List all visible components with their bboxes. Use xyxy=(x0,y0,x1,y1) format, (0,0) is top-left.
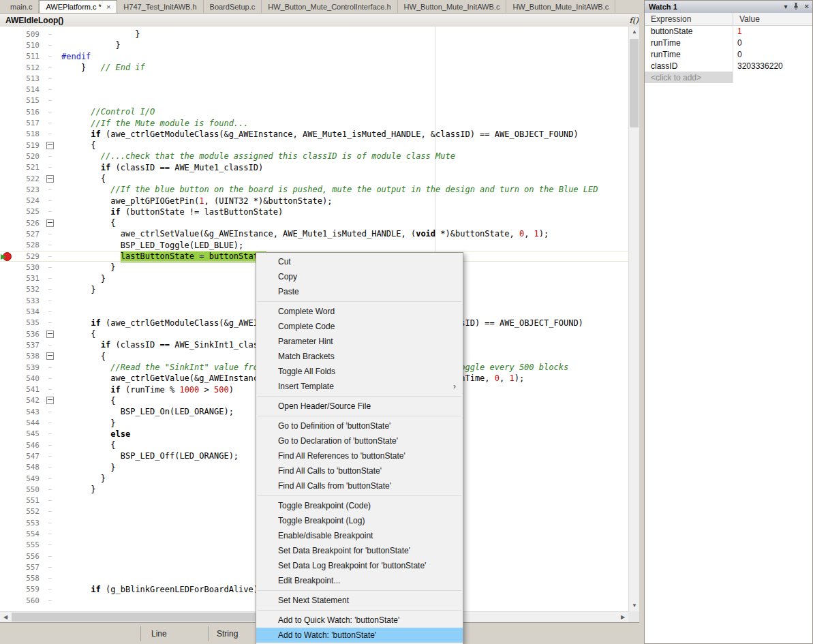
tab-hw-button-mute-initawb-c[interactable]: HW_Button_Mute_InitAWB.c xyxy=(398,0,507,13)
breakpoint-gutter[interactable] xyxy=(0,306,12,317)
menu-item-go-to-declaration-of-buttonstate[interactable]: Go to Declaration of 'buttonState' xyxy=(256,433,463,448)
code-line-518[interactable]: 518 if (awe_ctrlGetModuleClass(&g_AWEIns… xyxy=(0,129,628,140)
fold-collapse-icon[interactable] xyxy=(46,352,54,360)
breakpoint-gutter[interactable] xyxy=(0,495,12,506)
breakpoint-gutter[interactable] xyxy=(0,395,12,406)
breakpoint-gutter[interactable] xyxy=(0,162,12,173)
breakpoint-gutter[interactable] xyxy=(0,40,12,50)
menu-item-match-brackets[interactable]: Match Brackets xyxy=(256,349,463,364)
fold-collapse-icon[interactable] xyxy=(46,397,54,404)
watch-column-expression[interactable]: Expression xyxy=(645,13,733,25)
code-line-515[interactable]: 515 xyxy=(0,95,628,106)
breakpoint-icon[interactable] xyxy=(1,251,11,261)
breakpoint-gutter[interactable] xyxy=(0,195,12,206)
menu-item-cut[interactable]: Cut xyxy=(256,254,463,269)
menu-item-enable-disable-breakpoint[interactable]: Enable/disable Breakpoint xyxy=(256,528,463,543)
tab-aweplatform-c[interactable]: AWEPlatform.c *× xyxy=(39,0,117,13)
function-list-icon[interactable]: f() xyxy=(629,16,639,25)
breakpoint-gutter[interactable] xyxy=(0,318,12,328)
breakpoint-gutter[interactable] xyxy=(0,184,12,195)
breakpoint-gutter[interactable] xyxy=(0,129,12,140)
code-line-509[interactable]: 509 } xyxy=(0,29,628,40)
menu-item-go-to-definition-of-buttonstate[interactable]: Go to Definition of 'buttonState' xyxy=(256,418,463,433)
breakpoint-gutter[interactable] xyxy=(0,573,12,584)
breakpoint-gutter[interactable] xyxy=(0,584,12,595)
breakpoint-gutter[interactable] xyxy=(0,84,12,95)
watch-row-runtime[interactable]: runTime0 xyxy=(645,37,812,48)
menu-item-find-all-calls-to-buttonstate[interactable]: Find All Calls to 'buttonState' xyxy=(256,463,463,478)
watch-panel-header[interactable]: Watch 1 ▾ ✕ xyxy=(645,1,812,14)
menu-item-complete-word[interactable]: Complete Word xyxy=(256,304,463,319)
menu-item-toggle-breakpoint-log[interactable]: Toggle Breakpoint (Log) xyxy=(256,513,463,528)
breakpoint-gutter[interactable] xyxy=(0,95,12,106)
breakpoint-gutter[interactable] xyxy=(0,351,12,362)
breakpoint-gutter[interactable] xyxy=(0,117,12,128)
panel-splitter[interactable] xyxy=(639,0,644,644)
watch-row-click-to-add[interactable]: <click to add> xyxy=(645,72,812,83)
breakpoint-gutter[interactable] xyxy=(0,484,12,495)
current-function-label[interactable]: AWEIdleLoop() xyxy=(5,16,63,25)
vertical-scroll-thumb[interactable] xyxy=(630,39,639,127)
fold-gutter[interactable] xyxy=(43,331,57,338)
breakpoint-gutter[interactable] xyxy=(0,140,12,151)
fold-collapse-icon[interactable] xyxy=(46,331,54,338)
breakpoint-gutter[interactable] xyxy=(0,228,12,239)
menu-item-open-header-source-file[interactable]: Open Header/Source File xyxy=(256,399,463,414)
code-line-514[interactable]: 514 xyxy=(0,84,628,95)
breakpoint-gutter[interactable] xyxy=(0,328,12,339)
watch-column-value[interactable]: Value xyxy=(733,13,812,25)
code-line-520[interactable]: 520 //...check that the module assigned … xyxy=(0,151,628,162)
menu-item-parameter-hint[interactable]: Parameter Hint xyxy=(256,334,463,349)
fold-collapse-icon[interactable] xyxy=(46,142,54,149)
scroll-up-icon[interactable]: ▲ xyxy=(629,27,640,37)
watch-value[interactable]: 3203336220 xyxy=(733,61,783,71)
breakpoint-gutter[interactable] xyxy=(0,595,12,606)
breakpoint-gutter[interactable] xyxy=(0,240,12,251)
breakpoint-gutter[interactable] xyxy=(0,251,12,262)
watch-column-headers[interactable]: Expression Value xyxy=(645,13,812,26)
breakpoint-gutter[interactable] xyxy=(0,473,12,484)
menu-item-paste[interactable]: Paste xyxy=(256,284,463,299)
menu-item-complete-code[interactable]: Complete Code xyxy=(256,319,463,334)
menu-item-set-next-statement[interactable]: Set Next Statement xyxy=(256,593,463,608)
watch-expression[interactable]: buttonState xyxy=(645,25,733,37)
code-line-522[interactable]: 522 { xyxy=(0,173,628,184)
tab-h747-test-initawb-h[interactable]: H747_Test_InitAWB.h xyxy=(117,0,203,13)
breakpoint-gutter[interactable] xyxy=(0,540,12,551)
code-line-511[interactable]: 511#endif xyxy=(0,51,628,62)
breakpoint-gutter[interactable] xyxy=(0,362,12,373)
code-line-513[interactable]: 513 xyxy=(0,73,628,84)
code-line-510[interactable]: 510 } xyxy=(0,40,628,50)
breakpoint-gutter[interactable] xyxy=(0,262,12,273)
breakpoint-gutter[interactable] xyxy=(0,562,12,572)
watch-expression[interactable]: runTime xyxy=(645,48,733,60)
code-line-519[interactable]: 519 { xyxy=(0,140,628,151)
watch-value[interactable]: 0 xyxy=(733,50,742,59)
breakpoint-gutter[interactable] xyxy=(0,528,12,539)
breakpoint-gutter[interactable] xyxy=(0,417,12,428)
watch-row-buttonstate[interactable]: buttonState1 xyxy=(645,25,812,37)
menu-item-edit-breakpoint[interactable]: Edit Breakpoint... xyxy=(256,573,463,588)
menu-item-set-data-log-breakpoint-for-buttonstate[interactable]: Set Data Log Breakpoint for 'buttonState… xyxy=(256,558,463,573)
code-line-524[interactable]: 524 awe_pltGPIOGetPin(1, (UINT32 *)&butt… xyxy=(0,195,628,206)
tab-hw-button-mute-initawb-c[interactable]: HW_Button_Mute_InitAWB.c xyxy=(506,0,615,13)
menu-item-copy[interactable]: Copy xyxy=(256,269,463,284)
breakpoint-gutter[interactable] xyxy=(0,429,12,440)
watch-row-runtime[interactable]: runTime0 xyxy=(645,48,812,60)
pin-icon[interactable] xyxy=(793,3,799,12)
breakpoint-gutter[interactable] xyxy=(0,273,12,284)
breakpoint-gutter[interactable] xyxy=(0,384,12,395)
breakpoint-gutter[interactable] xyxy=(0,295,12,306)
menu-item-add-to-quick-watch-buttonstate[interactable]: Add to Quick Watch: 'buttonState' xyxy=(256,613,463,628)
watch-row-classid[interactable]: classID3203336220 xyxy=(645,60,812,72)
fold-gutter[interactable] xyxy=(43,142,57,149)
code-line-516[interactable]: 516 //Control I/O xyxy=(0,106,628,117)
breakpoint-gutter[interactable] xyxy=(0,106,12,117)
code-line-512[interactable]: 512 } // End if xyxy=(0,62,628,73)
tab-close-icon[interactable]: × xyxy=(106,3,110,11)
scroll-right-icon[interactable]: ▶ xyxy=(617,612,628,623)
breakpoint-gutter[interactable] xyxy=(0,284,12,295)
menu-item-find-all-calls-from-buttonstate[interactable]: Find All Calls from 'buttonState' xyxy=(256,478,463,493)
code-line-528[interactable]: 528 BSP_LED_Toggle(LED_BLUE); xyxy=(0,240,628,251)
code-line-517[interactable]: 517 //If the Mute module is found... xyxy=(0,117,628,128)
